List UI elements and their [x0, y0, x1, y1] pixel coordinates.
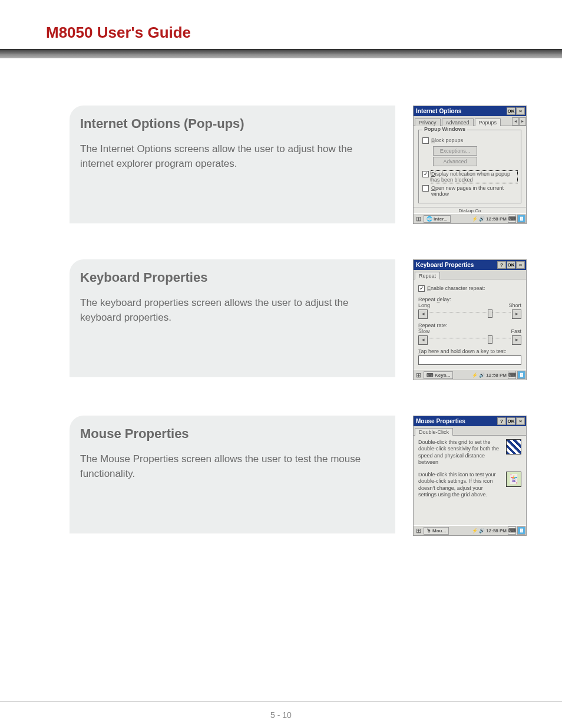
close-button[interactable]: ×: [516, 417, 525, 425]
repeat-delay-slider[interactable]: ◂ ▸: [418, 309, 521, 319]
tray-volume-icon[interactable]: 🔊: [479, 373, 485, 378]
taskbar-app-button[interactable]: ⌨Keyb...: [424, 371, 453, 379]
tray-connection-icon[interactable]: ⚡: [472, 528, 478, 533]
section-heading: Internet Options (Pop-ups): [80, 116, 381, 131]
open-new-pages-label: Open new pages in the current window: [431, 185, 517, 197]
desktop-icon[interactable]: 🖥: [517, 371, 525, 379]
keyboard-icon[interactable]: ⌨: [508, 215, 516, 223]
tap-test-label: Tap here and hold down a key to test:: [418, 348, 521, 354]
grid-instruction-text: Double-click this grid to set the double…: [418, 439, 501, 466]
page-content: Internet Options (Pop-ups) The Internet …: [0, 58, 562, 583]
tab-popups[interactable]: Popups: [475, 118, 501, 126]
long-label: Long: [418, 302, 430, 308]
tap-test-input[interactable]: [418, 355, 521, 365]
close-button[interactable]: ×: [516, 107, 525, 115]
desktop-icon[interactable]: 🖥: [517, 526, 525, 535]
ok-button[interactable]: OK: [507, 417, 515, 425]
ok-button[interactable]: OK: [507, 261, 515, 269]
popup-windows-fieldset: Popup Windows Block popups Exceptions...…: [418, 130, 521, 203]
section-internet-options: Internet Options (Pop-ups) The Internet …: [70, 106, 527, 224]
window-titlebar: Internet Options OK ×: [414, 106, 526, 116]
section-heading: Mouse Properties: [80, 426, 381, 442]
fast-label: Fast: [511, 328, 521, 334]
tab-body: Popup Windows Block popups Exceptions...…: [414, 126, 526, 213]
enable-repeat-checkbox[interactable]: [418, 285, 425, 292]
section-body: The keyboard properties screen allows th…: [80, 296, 381, 325]
tab-body: Double-click this grid to set the double…: [414, 436, 526, 525]
tray-volume-icon[interactable]: 🔊: [479, 216, 485, 222]
block-popups-label: Block popups: [431, 137, 463, 143]
mouse-icon: 🖱: [427, 528, 431, 533]
short-label: Short: [508, 302, 521, 308]
taskbar: ⊞ 🌐Inter... ⚡ 🔊 12:58 PM ⌨ 🖥: [414, 213, 526, 223]
keyboard-icon: ⌨: [427, 373, 434, 378]
slow-label: Slow: [418, 328, 430, 334]
repeat-delay-label: Repeat delay:: [418, 297, 521, 302]
ok-button[interactable]: OK: [507, 107, 515, 115]
screenshot-internet-options: Internet Options OK × Privacy Advanced P…: [413, 106, 527, 224]
tab-advanced[interactable]: Advanced: [442, 118, 474, 126]
tray-connection-icon[interactable]: ⚡: [472, 373, 478, 378]
tab-repeat[interactable]: Repeat: [415, 272, 440, 279]
close-button[interactable]: ×: [516, 261, 525, 269]
tab-strip: Privacy Advanced Popups ◂ ▸: [414, 116, 526, 126]
section-heading: Keyboard Properties: [80, 270, 381, 285]
tab-privacy[interactable]: Privacy: [415, 118, 441, 126]
enable-repeat-label: Enable character repeat:: [427, 285, 485, 291]
tab-double-click[interactable]: Double-Click: [415, 428, 453, 436]
section-body: The Mouse Properties screen allows the u…: [80, 452, 381, 481]
dialup-partial-text: Dial-up Co: [414, 207, 526, 213]
document-title: M8050 User's Guide: [46, 24, 562, 42]
window-title: Internet Options: [416, 108, 461, 114]
section-keyboard-properties: Keyboard Properties The keyboard propert…: [70, 259, 527, 380]
help-button[interactable]: ?: [497, 261, 506, 269]
page-footer: 5 - 10: [0, 701, 562, 728]
taskbar: ⊞ ⌨Keyb... ⚡ 🔊 12:58 PM ⌨ 🖥: [414, 370, 526, 380]
taskbar-time: 12:58 PM: [486, 373, 507, 378]
screenshot-keyboard-properties: Keyboard Properties ? OK × Repeat Enable…: [413, 259, 527, 380]
repeat-rate-slider[interactable]: ◂ ▸: [418, 335, 521, 345]
tray-connection-icon[interactable]: ⚡: [472, 216, 478, 222]
display-notification-checkbox[interactable]: [422, 171, 429, 177]
tab-scroll-right[interactable]: ▸: [519, 117, 526, 126]
slider-decrease-button[interactable]: ◂: [418, 335, 428, 345]
screenshot-mouse-properties: Mouse Properties ? OK × Double-Click Dou…: [413, 416, 527, 536]
start-button[interactable]: ⊞: [414, 215, 422, 223]
slider-increase-button[interactable]: ▸: [512, 335, 521, 345]
section-body: The Internet Options screens allow the u…: [80, 142, 381, 171]
window-title: Keyboard Properties: [416, 262, 474, 268]
block-popups-checkbox[interactable]: [422, 137, 429, 144]
taskbar: ⊞ 🖱Mou... ⚡ 🔊 12:58 PM ⌨ 🖥: [414, 525, 526, 535]
text-block: Mouse Properties The Mouse Properties sc…: [70, 416, 395, 533]
start-button[interactable]: ⊞: [414, 371, 422, 379]
taskbar-time: 12:58 PM: [486, 528, 507, 533]
slider-increase-button[interactable]: ▸: [512, 309, 521, 319]
tab-strip: Double-Click: [414, 426, 526, 436]
tab-strip: Repeat: [414, 270, 526, 279]
tab-body: Enable character repeat: Repeat delay: L…: [414, 279, 526, 370]
desktop-icon[interactable]: 🖥: [517, 215, 525, 223]
repeat-rate-label: Repeat rate:: [418, 322, 521, 328]
tab-scroll-left[interactable]: ◂: [512, 117, 519, 126]
open-new-pages-checkbox[interactable]: [422, 185, 429, 192]
window-titlebar: Mouse Properties ? OK ×: [414, 416, 526, 426]
keyboard-icon[interactable]: ⌨: [508, 371, 516, 379]
section-mouse-properties: Mouse Properties The Mouse Properties sc…: [70, 416, 527, 536]
help-button[interactable]: ?: [497, 417, 506, 425]
globe-icon: 🌐: [427, 216, 432, 222]
keyboard-icon[interactable]: ⌨: [508, 526, 516, 535]
exceptions-button[interactable]: Exceptions...: [433, 146, 477, 156]
window-titlebar: Keyboard Properties ? OK ×: [414, 260, 526, 270]
test-instruction-text: Double-click this icon to test your doub…: [418, 472, 501, 498]
start-button[interactable]: ⊞: [414, 526, 422, 535]
taskbar-app-button[interactable]: 🌐Inter...: [424, 215, 451, 223]
page-header: M8050 User's Guide: [0, 0, 562, 49]
tray-volume-icon[interactable]: 🔊: [479, 528, 485, 533]
fieldset-legend: Popup Windows: [422, 126, 467, 132]
slider-decrease-button[interactable]: ◂: [418, 309, 428, 319]
taskbar-app-button[interactable]: 🖱Mou...: [424, 527, 449, 535]
advanced-button[interactable]: Advanced: [433, 157, 477, 166]
double-click-grid-icon[interactable]: [506, 439, 521, 454]
taskbar-time: 12:58 PM: [486, 216, 507, 222]
double-click-test-icon[interactable]: 🃏: [506, 472, 521, 487]
